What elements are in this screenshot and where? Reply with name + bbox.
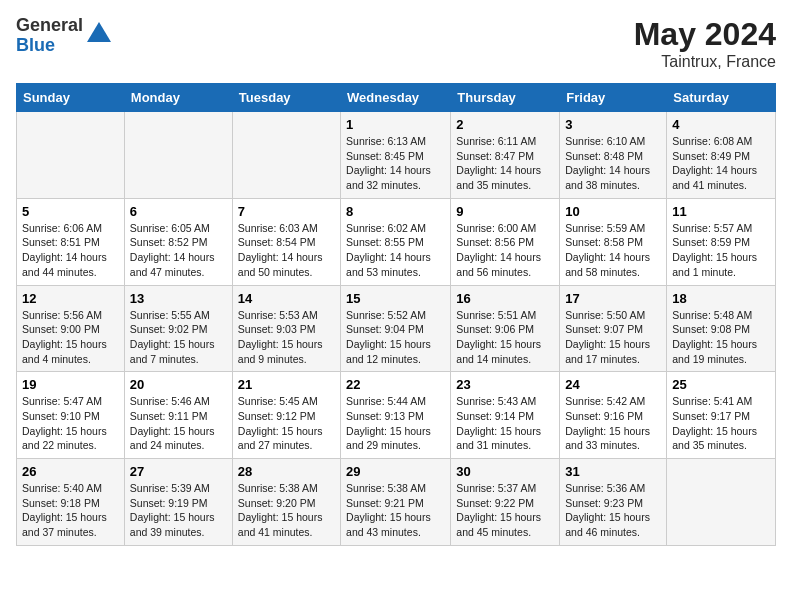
- day-number: 9: [456, 204, 554, 219]
- week-row-2: 5Sunrise: 6:06 AM Sunset: 8:51 PM Daylig…: [17, 198, 776, 285]
- day-info: Sunrise: 6:00 AM Sunset: 8:56 PM Dayligh…: [456, 221, 554, 280]
- day-info: Sunrise: 5:45 AM Sunset: 9:12 PM Dayligh…: [238, 394, 335, 453]
- weekday-header-friday: Friday: [560, 84, 667, 112]
- calendar-cell: 30Sunrise: 5:37 AM Sunset: 9:22 PM Dayli…: [451, 459, 560, 546]
- calendar-cell: 11Sunrise: 5:57 AM Sunset: 8:59 PM Dayli…: [667, 198, 776, 285]
- calendar-cell: 19Sunrise: 5:47 AM Sunset: 9:10 PM Dayli…: [17, 372, 125, 459]
- location: Taintrux, France: [634, 53, 776, 71]
- day-number: 5: [22, 204, 119, 219]
- calendar-cell: 12Sunrise: 5:56 AM Sunset: 9:00 PM Dayli…: [17, 285, 125, 372]
- week-row-4: 19Sunrise: 5:47 AM Sunset: 9:10 PM Dayli…: [17, 372, 776, 459]
- day-number: 10: [565, 204, 661, 219]
- day-info: Sunrise: 6:02 AM Sunset: 8:55 PM Dayligh…: [346, 221, 445, 280]
- calendar-cell: 29Sunrise: 5:38 AM Sunset: 9:21 PM Dayli…: [341, 459, 451, 546]
- week-row-5: 26Sunrise: 5:40 AM Sunset: 9:18 PM Dayli…: [17, 459, 776, 546]
- day-number: 12: [22, 291, 119, 306]
- day-number: 6: [130, 204, 227, 219]
- calendar-cell: 27Sunrise: 5:39 AM Sunset: 9:19 PM Dayli…: [124, 459, 232, 546]
- calendar-cell: 24Sunrise: 5:42 AM Sunset: 9:16 PM Dayli…: [560, 372, 667, 459]
- day-info: Sunrise: 5:42 AM Sunset: 9:16 PM Dayligh…: [565, 394, 661, 453]
- weekday-header-wednesday: Wednesday: [341, 84, 451, 112]
- calendar-table: SundayMondayTuesdayWednesdayThursdayFrid…: [16, 83, 776, 546]
- day-number: 22: [346, 377, 445, 392]
- calendar-cell: 2Sunrise: 6:11 AM Sunset: 8:47 PM Daylig…: [451, 112, 560, 199]
- day-info: Sunrise: 5:47 AM Sunset: 9:10 PM Dayligh…: [22, 394, 119, 453]
- calendar-cell: 14Sunrise: 5:53 AM Sunset: 9:03 PM Dayli…: [232, 285, 340, 372]
- weekday-header-row: SundayMondayTuesdayWednesdayThursdayFrid…: [17, 84, 776, 112]
- day-info: Sunrise: 6:11 AM Sunset: 8:47 PM Dayligh…: [456, 134, 554, 193]
- day-info: Sunrise: 5:36 AM Sunset: 9:23 PM Dayligh…: [565, 481, 661, 540]
- day-info: Sunrise: 5:44 AM Sunset: 9:13 PM Dayligh…: [346, 394, 445, 453]
- day-info: Sunrise: 5:55 AM Sunset: 9:02 PM Dayligh…: [130, 308, 227, 367]
- calendar-cell: 10Sunrise: 5:59 AM Sunset: 8:58 PM Dayli…: [560, 198, 667, 285]
- day-info: Sunrise: 5:40 AM Sunset: 9:18 PM Dayligh…: [22, 481, 119, 540]
- day-number: 4: [672, 117, 770, 132]
- day-number: 17: [565, 291, 661, 306]
- day-info: Sunrise: 5:59 AM Sunset: 8:58 PM Dayligh…: [565, 221, 661, 280]
- day-number: 23: [456, 377, 554, 392]
- logo-general-text: General: [16, 16, 83, 36]
- calendar-cell: [17, 112, 125, 199]
- day-number: 18: [672, 291, 770, 306]
- day-number: 25: [672, 377, 770, 392]
- weekday-header-sunday: Sunday: [17, 84, 125, 112]
- calendar-cell: 5Sunrise: 6:06 AM Sunset: 8:51 PM Daylig…: [17, 198, 125, 285]
- day-number: 19: [22, 377, 119, 392]
- day-number: 8: [346, 204, 445, 219]
- day-number: 11: [672, 204, 770, 219]
- calendar-cell: 1Sunrise: 6:13 AM Sunset: 8:45 PM Daylig…: [341, 112, 451, 199]
- day-info: Sunrise: 6:05 AM Sunset: 8:52 PM Dayligh…: [130, 221, 227, 280]
- day-number: 13: [130, 291, 227, 306]
- day-info: Sunrise: 5:50 AM Sunset: 9:07 PM Dayligh…: [565, 308, 661, 367]
- calendar-cell: 23Sunrise: 5:43 AM Sunset: 9:14 PM Dayli…: [451, 372, 560, 459]
- day-info: Sunrise: 5:38 AM Sunset: 9:21 PM Dayligh…: [346, 481, 445, 540]
- weekday-header-saturday: Saturday: [667, 84, 776, 112]
- week-row-3: 12Sunrise: 5:56 AM Sunset: 9:00 PM Dayli…: [17, 285, 776, 372]
- weekday-header-tuesday: Tuesday: [232, 84, 340, 112]
- week-row-1: 1Sunrise: 6:13 AM Sunset: 8:45 PM Daylig…: [17, 112, 776, 199]
- day-info: Sunrise: 5:53 AM Sunset: 9:03 PM Dayligh…: [238, 308, 335, 367]
- day-number: 21: [238, 377, 335, 392]
- calendar-cell: 13Sunrise: 5:55 AM Sunset: 9:02 PM Dayli…: [124, 285, 232, 372]
- calendar-cell: [667, 459, 776, 546]
- logo: General Blue: [16, 16, 113, 56]
- day-number: 27: [130, 464, 227, 479]
- calendar-cell: 21Sunrise: 5:45 AM Sunset: 9:12 PM Dayli…: [232, 372, 340, 459]
- logo-blue-text: Blue: [16, 36, 83, 56]
- day-info: Sunrise: 5:51 AM Sunset: 9:06 PM Dayligh…: [456, 308, 554, 367]
- calendar-cell: [232, 112, 340, 199]
- day-number: 7: [238, 204, 335, 219]
- svg-marker-0: [87, 22, 111, 42]
- title-block: May 2024 Taintrux, France: [634, 16, 776, 71]
- calendar-cell: 15Sunrise: 5:52 AM Sunset: 9:04 PM Dayli…: [341, 285, 451, 372]
- calendar-cell: 28Sunrise: 5:38 AM Sunset: 9:20 PM Dayli…: [232, 459, 340, 546]
- calendar-cell: 7Sunrise: 6:03 AM Sunset: 8:54 PM Daylig…: [232, 198, 340, 285]
- day-info: Sunrise: 5:39 AM Sunset: 9:19 PM Dayligh…: [130, 481, 227, 540]
- day-info: Sunrise: 5:57 AM Sunset: 8:59 PM Dayligh…: [672, 221, 770, 280]
- day-info: Sunrise: 6:10 AM Sunset: 8:48 PM Dayligh…: [565, 134, 661, 193]
- day-info: Sunrise: 5:38 AM Sunset: 9:20 PM Dayligh…: [238, 481, 335, 540]
- calendar-cell: [124, 112, 232, 199]
- day-number: 31: [565, 464, 661, 479]
- calendar-cell: 9Sunrise: 6:00 AM Sunset: 8:56 PM Daylig…: [451, 198, 560, 285]
- day-info: Sunrise: 6:06 AM Sunset: 8:51 PM Dayligh…: [22, 221, 119, 280]
- weekday-header-monday: Monday: [124, 84, 232, 112]
- calendar-cell: 31Sunrise: 5:36 AM Sunset: 9:23 PM Dayli…: [560, 459, 667, 546]
- day-number: 16: [456, 291, 554, 306]
- calendar-cell: 3Sunrise: 6:10 AM Sunset: 8:48 PM Daylig…: [560, 112, 667, 199]
- calendar-cell: 18Sunrise: 5:48 AM Sunset: 9:08 PM Dayli…: [667, 285, 776, 372]
- day-number: 28: [238, 464, 335, 479]
- day-info: Sunrise: 5:37 AM Sunset: 9:22 PM Dayligh…: [456, 481, 554, 540]
- day-info: Sunrise: 5:52 AM Sunset: 9:04 PM Dayligh…: [346, 308, 445, 367]
- calendar-cell: 26Sunrise: 5:40 AM Sunset: 9:18 PM Dayli…: [17, 459, 125, 546]
- day-info: Sunrise: 5:48 AM Sunset: 9:08 PM Dayligh…: [672, 308, 770, 367]
- calendar-cell: 22Sunrise: 5:44 AM Sunset: 9:13 PM Dayli…: [341, 372, 451, 459]
- day-number: 14: [238, 291, 335, 306]
- calendar-cell: 20Sunrise: 5:46 AM Sunset: 9:11 PM Dayli…: [124, 372, 232, 459]
- weekday-header-thursday: Thursday: [451, 84, 560, 112]
- day-number: 20: [130, 377, 227, 392]
- day-info: Sunrise: 5:43 AM Sunset: 9:14 PM Dayligh…: [456, 394, 554, 453]
- day-number: 26: [22, 464, 119, 479]
- logo-icon: [85, 20, 113, 48]
- day-info: Sunrise: 6:13 AM Sunset: 8:45 PM Dayligh…: [346, 134, 445, 193]
